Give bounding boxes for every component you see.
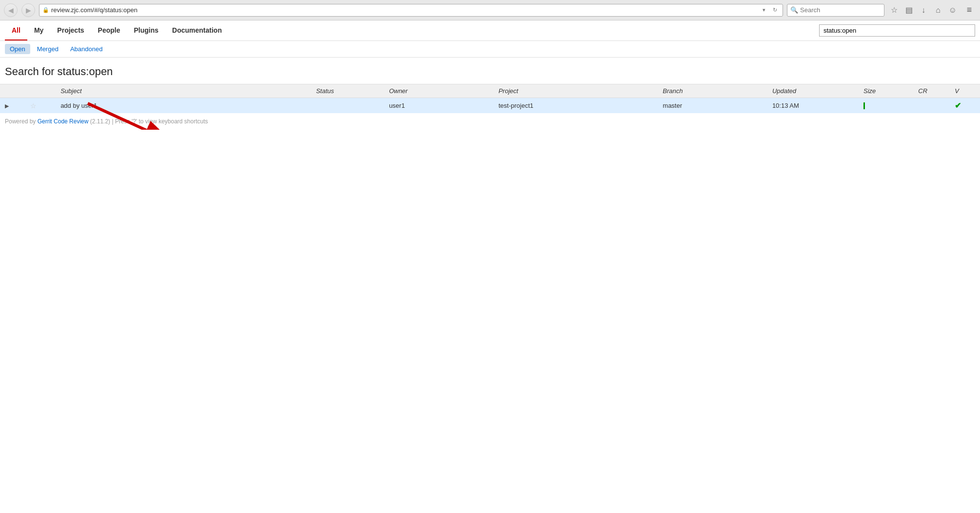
table-row[interactable]: ▶ ☆ add by user1 user1 test-project1 mas… — [0, 98, 980, 114]
row-size — [859, 98, 913, 114]
tab-open[interactable]: Open — [5, 44, 30, 54]
url-input[interactable] — [51, 6, 757, 14]
forward-icon: ▶ — [26, 6, 31, 14]
address-controls: ▾ ↻ — [759, 5, 780, 15]
back-icon: ◀ — [8, 6, 14, 14]
star-page-button[interactable]: ☆ — [888, 4, 900, 16]
th-cr: CR — [913, 84, 950, 98]
results-table: Subject Status Owner Project Branch Upda… — [0, 84, 980, 113]
nav-item-documentation[interactable]: Documentation — [165, 20, 229, 40]
download-button[interactable]: ↓ — [918, 4, 929, 16]
verified-check-icon: ✔ — [955, 101, 961, 110]
top-nav: All My Projects People Plugins Documenta… — [0, 20, 980, 41]
reload-button[interactable]: ↻ — [770, 5, 780, 15]
nav-item-projects[interactable]: Projects — [50, 20, 91, 40]
table-header-row: Subject Status Owner Project Branch Upda… — [0, 84, 980, 98]
row-branch: master — [658, 98, 767, 114]
footer-suffix: (2.11.2) | Press '?' to view keyboard sh… — [88, 118, 208, 125]
size-bar-icon — [863, 102, 865, 109]
row-cr — [913, 98, 950, 114]
th-subject: Subject — [56, 84, 311, 98]
browser-search-box: 🔍 — [787, 4, 884, 17]
browser-chrome: ◀ ▶ 🔒 ▾ ↻ 🔍 ☆ ▤ ↓ ⌂ ☺ ≡ — [0, 0, 980, 20]
nav-item-people[interactable]: People — [91, 20, 127, 40]
address-bar: 🔒 ▾ ↻ — [39, 4, 783, 17]
nav-search-input[interactable] — [819, 24, 975, 37]
th-expand — [0, 84, 25, 98]
row-expand[interactable]: ▶ — [0, 98, 25, 114]
status-tabs: Open Merged Abandoned — [0, 41, 980, 58]
footer-text: Powered by — [5, 118, 38, 125]
star-icon[interactable]: ☆ — [30, 102, 37, 110]
tab-merged[interactable]: Merged — [32, 44, 63, 54]
th-owner: Owner — [384, 84, 494, 98]
forward-button[interactable]: ▶ — [21, 3, 35, 17]
row-project[interactable]: test-project1 — [493, 98, 658, 114]
tab-abandoned[interactable]: Abandoned — [65, 44, 108, 54]
footer: Powered by Gerrit Code Review (2.11.2) |… — [0, 113, 980, 130]
nav-search-area — [819, 20, 975, 40]
row-owner[interactable]: user1 — [384, 98, 494, 114]
profile-button[interactable]: ☺ — [947, 4, 959, 16]
row-updated: 10:13 AM — [767, 98, 859, 114]
th-branch: Branch — [658, 84, 767, 98]
th-size: Size — [859, 84, 913, 98]
dropdown-arrow[interactable]: ▾ — [759, 5, 769, 15]
gerrit-link[interactable]: Gerrit Code Review — [38, 118, 89, 125]
nav-item-all[interactable]: All — [5, 20, 27, 40]
nav-item-my[interactable]: My — [27, 20, 50, 40]
th-status: Status — [311, 84, 384, 98]
row-status — [311, 98, 384, 114]
lock-icon: 🔒 — [42, 7, 49, 13]
row-v: ✔ — [950, 98, 980, 114]
page-content: All My Projects People Plugins Documenta… — [0, 20, 980, 130]
browser-search-input[interactable] — [800, 6, 882, 14]
browser-icons: ☆ ▤ ↓ ⌂ ☺ — [888, 4, 959, 16]
search-icon: 🔍 — [790, 6, 798, 14]
expand-arrow-icon[interactable]: ▶ — [5, 103, 9, 109]
th-v: V — [950, 84, 980, 98]
row-star[interactable]: ☆ — [25, 98, 56, 114]
menu-button[interactable]: ≡ — [962, 3, 976, 17]
bookmark-button[interactable]: ▤ — [903, 4, 915, 16]
page-title: Search for status:open — [0, 58, 980, 84]
th-updated: Updated — [767, 84, 859, 98]
th-project: Project — [493, 84, 658, 98]
nav-item-plugins[interactable]: Plugins — [127, 20, 166, 40]
home-button[interactable]: ⌂ — [932, 4, 944, 16]
th-star — [25, 84, 56, 98]
results-table-wrapper: Subject Status Owner Project Branch Upda… — [0, 84, 980, 113]
row-subject[interactable]: add by user1 — [56, 98, 311, 114]
back-button[interactable]: ◀ — [4, 3, 18, 17]
